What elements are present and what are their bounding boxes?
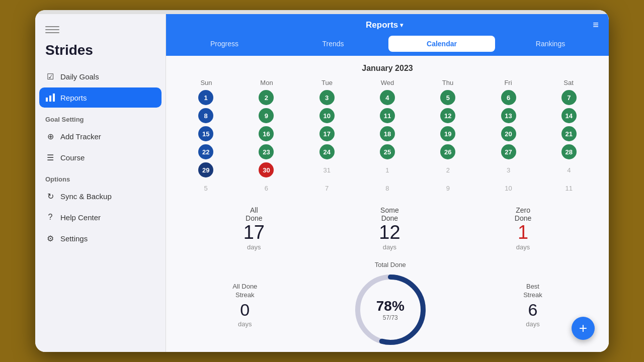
best-streak-label2: Streak bbox=[523, 291, 542, 300]
sidebar-item-add-tracker[interactable]: ⊕ Add Tracker bbox=[39, 126, 162, 146]
tab-trends[interactable]: Trends bbox=[280, 36, 386, 52]
donut-fraction: 57/73 bbox=[376, 314, 405, 321]
day-header-sat: Sat bbox=[538, 79, 599, 86]
best-streak-value: 6 bbox=[523, 300, 542, 320]
device-frame: Strides ☑ Daily Goals Reports bbox=[35, 10, 609, 352]
sidebar-item-course[interactable]: ☰ Course bbox=[39, 147, 162, 167]
svg-rect-2 bbox=[53, 94, 55, 102]
zero-done-label-top: Zero bbox=[516, 206, 530, 214]
calendar-day-21[interactable]: 21 bbox=[539, 126, 599, 142]
calendar-day-19[interactable]: 19 bbox=[418, 126, 477, 142]
calendar-day-15[interactable]: 15 bbox=[176, 126, 235, 142]
calendar-day-9[interactable]: 9 bbox=[418, 180, 477, 196]
calendar-day-23[interactable]: 23 bbox=[236, 144, 296, 160]
sidebar-item-daily-goals[interactable]: ☑ Daily Goals bbox=[39, 66, 162, 86]
day-header-thu: Thu bbox=[418, 79, 478, 86]
calendar-day-10[interactable]: 10 bbox=[478, 180, 538, 196]
calendar-day-3[interactable]: 3 bbox=[297, 89, 357, 106]
options-nav: ↻ Sync & Backup ? Help Center ⚙ Settings bbox=[35, 186, 166, 249]
calendar-day-2[interactable]: 2 bbox=[418, 162, 477, 178]
help-label: Help Center bbox=[60, 213, 101, 222]
tab-calendar[interactable]: Calendar bbox=[388, 36, 495, 52]
tab-rankings[interactable]: Rankings bbox=[497, 36, 604, 52]
checkbox-icon: ☑ bbox=[45, 71, 55, 81]
calendar-day-17[interactable]: 17 bbox=[297, 126, 357, 142]
stats-row: All Done 17 days Some Done 12 days Z bbox=[176, 206, 599, 251]
best-streak-unit: days bbox=[523, 320, 542, 328]
all-done-streak-unit: days bbox=[232, 320, 257, 328]
settings-label: Settings bbox=[60, 234, 88, 243]
calendar-day-9[interactable]: 9 bbox=[236, 108, 296, 124]
help-icon: ? bbox=[45, 212, 55, 222]
calendar-day-12[interactable]: 12 bbox=[418, 108, 477, 124]
main-header: Reports ▾ ≡ Progress Trends Calendar Ran… bbox=[166, 14, 609, 56]
sidebar-item-reports[interactable]: Reports bbox=[39, 87, 162, 108]
app-container: Strides ☑ Daily Goals Reports bbox=[35, 14, 609, 352]
header-title: Reports ▾ bbox=[366, 20, 403, 30]
calendar-day-1[interactable]: 1 bbox=[176, 89, 235, 106]
sync-label: Sync & Backup bbox=[60, 192, 112, 201]
calendar-day-2[interactable]: 2 bbox=[236, 89, 296, 106]
all-done-label-top: All bbox=[250, 206, 258, 214]
sidebar-toggle-button[interactable] bbox=[45, 26, 59, 36]
calendar-day-25[interactable]: 25 bbox=[358, 144, 417, 160]
best-streak-stat: Best Streak 6 days bbox=[523, 283, 542, 328]
calendar-day-10[interactable]: 10 bbox=[297, 108, 357, 124]
sidebar: Strides ☑ Daily Goals Reports bbox=[35, 14, 166, 352]
sidebar-item-sync[interactable]: ↻ Sync & Backup bbox=[39, 186, 162, 206]
day-header-fri: Fri bbox=[478, 79, 538, 86]
fab-button[interactable]: + bbox=[572, 317, 595, 340]
calendar-day-6[interactable]: 6 bbox=[478, 89, 538, 106]
calendar-day-20[interactable]: 20 bbox=[478, 126, 538, 142]
calendar-day-31[interactable]: 31 bbox=[297, 162, 357, 178]
day-header-sun: Sun bbox=[176, 79, 236, 86]
calendar-day-11[interactable]: 11 bbox=[358, 108, 417, 124]
calendar-day-5[interactable]: 5 bbox=[176, 180, 235, 196]
stat-all-done: All Done 17 days bbox=[244, 206, 265, 251]
month-title: January 2023 bbox=[176, 64, 599, 73]
calendar-day-13[interactable]: 13 bbox=[478, 108, 538, 124]
calendar-day-30[interactable]: 30 bbox=[236, 162, 296, 178]
total-done-title: Total Done bbox=[350, 261, 431, 269]
calendar-day-8[interactable]: 8 bbox=[176, 108, 235, 124]
goal-setting-nav: ⊕ Add Tracker ☰ Course bbox=[35, 126, 166, 168]
options-section-title: Options bbox=[35, 168, 166, 186]
menu-icon[interactable]: ≡ bbox=[593, 19, 599, 31]
app-title: Strides bbox=[45, 42, 155, 58]
calendar-day-14[interactable]: 14 bbox=[539, 108, 599, 124]
calendar-day-7[interactable]: 7 bbox=[539, 89, 599, 106]
calendar-day-29[interactable]: 29 bbox=[176, 162, 235, 178]
stat-some-done: Some Done 12 days bbox=[379, 206, 400, 251]
calendar-day-4[interactable]: 4 bbox=[539, 162, 599, 178]
calendar-day-28[interactable]: 28 bbox=[539, 144, 599, 160]
main-content: Reports ▾ ≡ Progress Trends Calendar Ran… bbox=[166, 14, 609, 352]
calendar-day-18[interactable]: 18 bbox=[358, 126, 417, 142]
donut-text: 78% 57/73 bbox=[376, 298, 405, 321]
calendar-day-11[interactable]: 11 bbox=[539, 180, 599, 196]
day-header-mon: Mon bbox=[236, 79, 297, 86]
calendar-day-3[interactable]: 3 bbox=[478, 162, 538, 178]
svg-rect-1 bbox=[49, 96, 51, 102]
calendar-day-26[interactable]: 26 bbox=[418, 144, 477, 160]
calendar-day-16[interactable]: 16 bbox=[236, 126, 296, 142]
sidebar-item-help[interactable]: ? Help Center bbox=[39, 207, 162, 227]
document-icon: ☰ bbox=[45, 152, 55, 162]
calendar-day-5[interactable]: 5 bbox=[418, 89, 477, 106]
bottom-stats: All Done Streak 0 days Total Done bbox=[176, 256, 599, 352]
calendar-day-27[interactable]: 27 bbox=[478, 144, 538, 160]
calendar-day-7[interactable]: 7 bbox=[297, 180, 357, 196]
calendar-body: 1234567891011121314151617181920212223242… bbox=[176, 89, 599, 196]
sidebar-item-settings[interactable]: ⚙ Settings bbox=[39, 228, 162, 248]
calendar-day-6[interactable]: 6 bbox=[236, 180, 296, 196]
some-done-label-top2: Done bbox=[381, 214, 398, 222]
calendar-day-24[interactable]: 24 bbox=[297, 144, 357, 160]
all-done-streak-stat: All Done Streak 0 days bbox=[232, 283, 257, 328]
svg-rect-0 bbox=[46, 98, 48, 102]
calendar-day-1[interactable]: 1 bbox=[358, 162, 417, 178]
day-header-wed: Wed bbox=[357, 79, 418, 86]
calendar-day-8[interactable]: 8 bbox=[358, 180, 417, 196]
tab-progress[interactable]: Progress bbox=[171, 36, 278, 52]
donut-chart: 78% 57/73 bbox=[350, 269, 431, 350]
calendar-day-22[interactable]: 22 bbox=[176, 144, 235, 160]
calendar-day-4[interactable]: 4 bbox=[358, 89, 417, 106]
